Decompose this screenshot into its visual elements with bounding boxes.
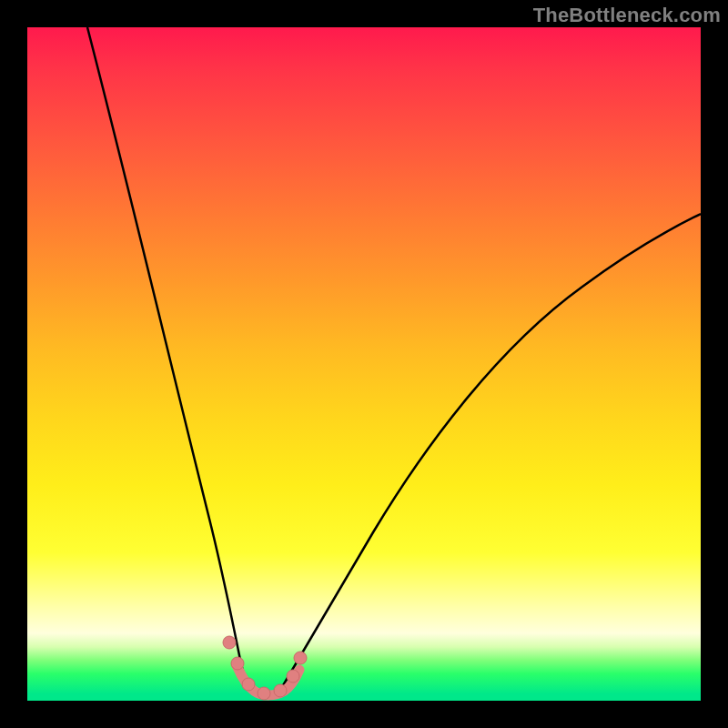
- dot: [274, 684, 287, 697]
- dot: [223, 636, 236, 649]
- dot: [258, 687, 270, 700]
- dot: [294, 652, 307, 664]
- dot: [287, 670, 299, 682]
- curve-right-limb: [282, 214, 701, 687]
- chart-frame: TheBottleneck.com: [0, 0, 728, 728]
- curve-left-limb: [87, 27, 248, 687]
- curve-layer: [27, 27, 701, 701]
- plot-area: [27, 27, 701, 701]
- dot: [242, 678, 255, 691]
- watermark-text: TheBottleneck.com: [533, 4, 721, 27]
- dot: [231, 657, 244, 670]
